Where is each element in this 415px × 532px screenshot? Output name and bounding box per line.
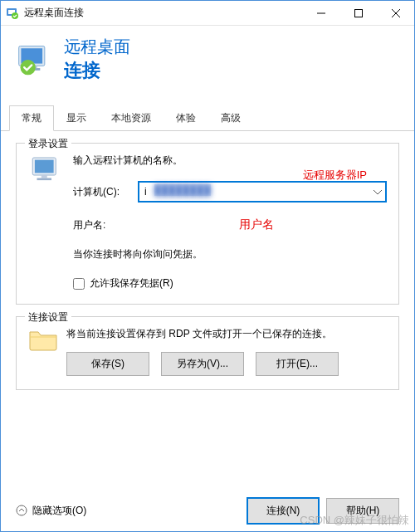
header-title-1: 远程桌面 <box>64 36 130 58</box>
conn-legend: 连接设置 <box>25 310 71 325</box>
svg-rect-4 <box>354 9 362 17</box>
open-button[interactable]: 打开(E)... <box>256 352 339 376</box>
save-button[interactable]: 保存(S) <box>66 352 149 376</box>
save-as-button[interactable]: 另存为(V)... <box>161 352 244 376</box>
username-input[interactable] <box>138 214 387 236</box>
tab-local-resources[interactable]: 本地资源 <box>99 105 164 131</box>
minimize-button[interactable] <box>302 1 339 25</box>
header-title-2: 连接 <box>64 58 130 83</box>
hide-options-button[interactable]: 隐藏选项(O) <box>16 504 86 518</box>
computer-input[interactable] <box>138 181 387 203</box>
tabs: 常规 显示 本地资源 体验 高级 <box>1 105 414 131</box>
hide-options-label: 隐藏选项(O) <box>32 504 86 518</box>
window-title: 远程桌面连接 <box>24 6 302 20</box>
username-label: 用户名: <box>73 218 138 232</box>
tab-advanced[interactable]: 高级 <box>208 105 253 131</box>
tab-experience[interactable]: 体验 <box>164 105 208 131</box>
credentials-hint: 当你连接时将向你询问凭据。 <box>73 247 387 261</box>
connection-settings-group: 连接设置 将当前连接设置保存到 RDP 文件或打开一个已保存的连接。 保存(S)… <box>16 316 399 390</box>
svg-rect-15 <box>37 178 52 181</box>
svg-rect-14 <box>42 175 47 178</box>
help-button[interactable]: 帮助(H) <box>326 498 399 524</box>
close-button[interactable] <box>377 1 414 25</box>
chevron-up-circle-icon <box>16 505 27 516</box>
computer-icon <box>28 154 63 185</box>
titlebar: 远程桌面连接 <box>1 1 414 26</box>
tab-display[interactable]: 显示 <box>54 105 99 131</box>
folder-icon <box>28 327 58 352</box>
save-credentials-label: 允许我保存凭据(R) <box>90 276 173 290</box>
svg-point-2 <box>12 12 18 19</box>
connect-button[interactable]: 连接(N) <box>247 497 320 525</box>
computer-label: 计算机(C): <box>73 185 138 199</box>
login-settings-group: 登录设置 输入远程计算机的名称。 远程服务器IP 计算机(C): ███████… <box>16 143 399 305</box>
tab-general[interactable]: 常规 <box>9 105 54 131</box>
rdp-large-icon <box>16 41 52 78</box>
rdp-small-icon <box>6 7 19 20</box>
login-legend: 登录设置 <box>25 137 71 151</box>
maximize-button[interactable] <box>339 1 377 25</box>
save-credentials-checkbox[interactable] <box>73 278 85 290</box>
footer: 隐藏选项(O) 连接(N) 帮助(H) <box>1 490 414 531</box>
rdp-window: 远程桌面连接 远程桌面 连接 常规 显示 本地资源 体验 高级 登录设置 输入远… <box>0 0 415 532</box>
svg-point-16 <box>17 505 27 515</box>
svg-point-11 <box>21 60 36 75</box>
conn-desc: 将当前连接设置保存到 RDP 文件或打开一个已保存的连接。 <box>66 327 387 341</box>
login-desc: 输入远程计算机的名称。 <box>73 154 387 168</box>
svg-rect-13 <box>35 160 54 173</box>
header: 远程桌面 连接 <box>1 26 414 98</box>
